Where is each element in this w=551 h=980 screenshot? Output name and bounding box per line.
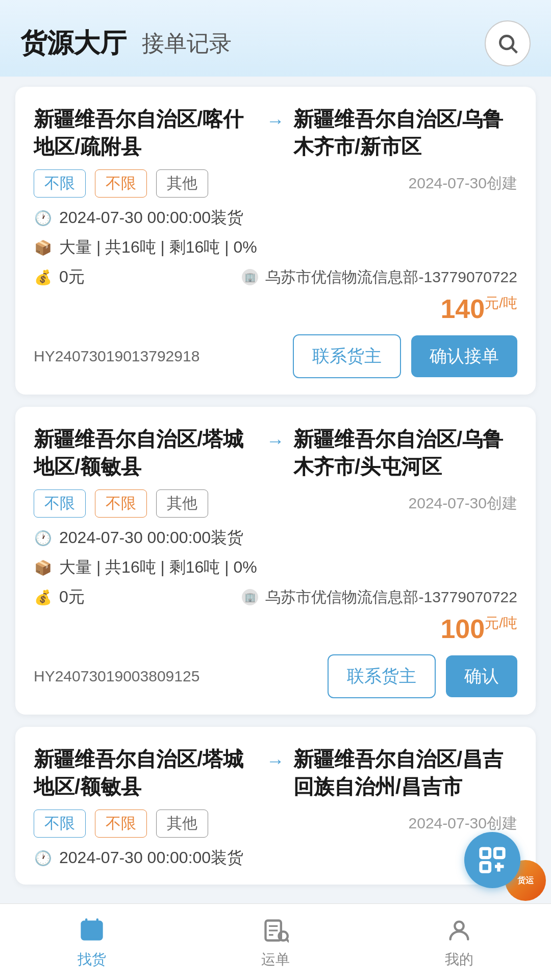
tag-nolimit-3b: 不限 <box>95 810 147 838</box>
price-unit-2: 0元 <box>59 586 85 608</box>
nav-find-cargo-label: 找货 <box>78 950 106 969</box>
route-from-2: 新疆维吾尔自治区/塔城地区/额敏县 <box>34 425 258 480</box>
route-row-3: 新疆维吾尔自治区/塔城地区/额敏县 新疆维吾尔自治区/昌吉回族自治州/昌吉市 <box>34 745 517 800</box>
tag-nolimit-1b: 不限 <box>95 169 147 198</box>
price-amount-2: 100 <box>440 614 485 644</box>
price-unit-1: 0元 <box>59 266 85 288</box>
load-time-1: 2024-07-30 00:00:00装货 <box>59 207 243 229</box>
nav-profile[interactable]: 我的 <box>367 915 551 969</box>
svg-rect-2 <box>481 849 490 858</box>
svg-line-1 <box>512 47 517 53</box>
waybill-icon <box>260 915 291 946</box>
info-section-2: 🕐 2024-07-30 00:00:00装货 📦 大量 | 共16吨 | 剩1… <box>34 527 517 608</box>
bottom-row-2: HY24073019003809125 联系货主 确认 <box>34 654 517 698</box>
price-unit-label-2: 元/吨 <box>485 614 517 644</box>
tag-other-3: 其他 <box>156 810 208 838</box>
info-section-3: 🕐 2024-07-30 00:00:00装货 <box>34 847 517 869</box>
confirm-button-2[interactable]: 确认 <box>446 655 517 697</box>
company-row-1: 🏢 乌苏市优信物流信息部-13779070722 <box>242 267 517 288</box>
tags-row-1: 不限 不限 其他 2024-07-30创建 <box>34 169 517 198</box>
tag-nolimit-1a: 不限 <box>34 169 86 198</box>
find-cargo-icon <box>77 915 107 946</box>
cargo-card-1: 新疆维吾尔自治区/喀什地区/疏附县 新疆维吾尔自治区/乌鲁木齐市/新市区 不限 … <box>15 87 536 395</box>
svg-point-20 <box>455 921 463 930</box>
route-from-1: 新疆维吾尔自治区/喀什地区/疏附县 <box>34 105 258 160</box>
tag-nolimit-2a: 不限 <box>34 489 86 518</box>
svg-point-0 <box>500 36 513 49</box>
tag-other-2: 其他 <box>156 489 208 518</box>
load-time-row-3: 🕐 2024-07-30 00:00:00装货 <box>34 847 517 869</box>
load-time-2: 2024-07-30 00:00:00装货 <box>59 527 243 549</box>
contact-button-1[interactable]: 联系货主 <box>293 334 401 378</box>
bottom-navigation: 找货 运单 我的 <box>0 903 551 980</box>
profile-icon <box>444 915 474 946</box>
scan-fab-button[interactable] <box>464 832 520 888</box>
app-header: 货源大厅 接单记录 <box>0 0 551 77</box>
cargo-info-2: 大量 | 共16吨 | 剩16吨 | 0% <box>59 556 257 579</box>
btn-group-2: 联系货主 确认 <box>328 654 517 698</box>
info-section-1: 🕐 2024-07-30 00:00:00装货 📦 大量 | 共16吨 | 剩1… <box>34 207 517 288</box>
route-to-2: 新疆维吾尔自治区/乌鲁木齐市/头屯河区 <box>293 425 517 480</box>
price-unit-label-1: 元/吨 <box>485 293 517 324</box>
price-unit-row-1: 💰 0元 🏢 乌苏市优信物流信息部-13779070722 <box>34 266 517 288</box>
order-id-1: HY24073019013792918 <box>34 348 199 365</box>
company-name-1: 乌苏市优信物流信息部-13779070722 <box>265 267 517 288</box>
company-icon-2: 🏢 <box>242 589 258 605</box>
price-unit-row-2: 💰 0元 🏢 乌苏市优信物流信息部-13779070722 <box>34 586 517 608</box>
tag-other-1: 其他 <box>156 169 208 198</box>
company-row-2: 🏢 乌苏市优信物流信息部-13779070722 <box>242 587 517 608</box>
content-area: 新疆维吾尔自治区/喀什地区/疏附县 新疆维吾尔自治区/乌鲁木齐市/新市区 不限 … <box>0 77 551 966</box>
route-to-1: 新疆维吾尔自治区/乌鲁木齐市/新市区 <box>293 105 517 160</box>
box-icon-2: 📦 <box>34 558 52 577</box>
load-time-3: 2024-07-30 00:00:00装货 <box>59 847 243 869</box>
nav-waybill-label: 运单 <box>261 950 290 969</box>
tags-row-2: 不限 不限 其他 2024-07-30创建 <box>34 489 517 518</box>
clock-icon-1: 🕐 <box>34 209 52 227</box>
nav-waybill[interactable]: 运单 <box>184 915 367 969</box>
nav-profile-label: 我的 <box>445 950 473 969</box>
date-created-3: 2024-07-30创建 <box>409 813 517 834</box>
tag-nolimit-3a: 不限 <box>34 810 86 838</box>
svg-rect-3 <box>495 849 504 858</box>
tags-row-3: 不限 不限 其他 2024-07-30创建 <box>34 810 517 838</box>
route-to-3: 新疆维吾尔自治区/昌吉回族自治州/昌吉市 <box>293 745 517 800</box>
btn-group-1: 联系货主 确认接单 <box>293 334 517 378</box>
clock-icon-2: 🕐 <box>34 529 52 547</box>
confirm-button-1[interactable]: 确认接单 <box>411 335 517 377</box>
route-arrow-3 <box>258 745 293 772</box>
cargo-card-2: 新疆维吾尔自治区/塔城地区/额敏县 新疆维吾尔自治区/乌鲁木齐市/头屯河区 不限… <box>15 407 536 715</box>
price-amount-1: 140 <box>440 293 485 324</box>
clock-icon-3: 🕐 <box>34 849 52 867</box>
nav-find-cargo[interactable]: 找货 <box>0 915 184 969</box>
header-title: 货源大厅 <box>20 26 127 61</box>
cargo-info-row-2: 📦 大量 | 共16吨 | 剩16吨 | 0% <box>34 556 517 579</box>
price-row-2: 100 元/吨 <box>34 614 517 644</box>
date-created-2: 2024-07-30创建 <box>409 493 517 514</box>
order-id-2: HY24073019003809125 <box>34 668 199 685</box>
load-time-row-1: 🕐 2024-07-30 00:00:00装货 <box>34 207 517 229</box>
cargo-card-3: 新疆维吾尔自治区/塔城地区/额敏县 新疆维吾尔自治区/昌吉回族自治州/昌吉市 不… <box>15 727 536 885</box>
bottom-row-1: HY24073019013792918 联系货主 确认接单 <box>34 334 517 378</box>
price-row-1: 140 元/吨 <box>34 293 517 324</box>
route-row-2: 新疆维吾尔自治区/塔城地区/额敏县 新疆维吾尔自治区/乌鲁木齐市/头屯河区 <box>34 425 517 480</box>
svg-rect-4 <box>481 863 490 872</box>
load-time-row-2: 🕐 2024-07-30 00:00:00装货 <box>34 527 517 549</box>
svg-line-19 <box>287 939 289 941</box>
search-button[interactable] <box>485 20 531 66</box>
box-icon-1: 📦 <box>34 238 52 257</box>
cargo-info-1: 大量 | 共16吨 | 剩16吨 | 0% <box>59 236 257 259</box>
date-created-1: 2024-07-30创建 <box>409 173 517 194</box>
route-from-3: 新疆维吾尔自治区/塔城地区/额敏县 <box>34 745 258 800</box>
company-name-2: 乌苏市优信物流信息部-13779070722 <box>265 587 517 608</box>
route-arrow-1 <box>258 105 293 132</box>
route-arrow-2 <box>258 425 293 452</box>
money-icon-1: 💰 <box>34 268 52 286</box>
company-icon-1: 🏢 <box>242 269 258 285</box>
svg-rect-9 <box>82 921 102 939</box>
cargo-info-row-1: 📦 大量 | 共16吨 | 剩16吨 | 0% <box>34 236 517 259</box>
header-tab-orders[interactable]: 接单记录 <box>142 23 232 64</box>
contact-button-2[interactable]: 联系货主 <box>328 654 436 698</box>
route-row-1: 新疆维吾尔自治区/喀什地区/疏附县 新疆维吾尔自治区/乌鲁木齐市/新市区 <box>34 105 517 160</box>
money-icon-2: 💰 <box>34 588 52 606</box>
tag-nolimit-2b: 不限 <box>95 489 147 518</box>
